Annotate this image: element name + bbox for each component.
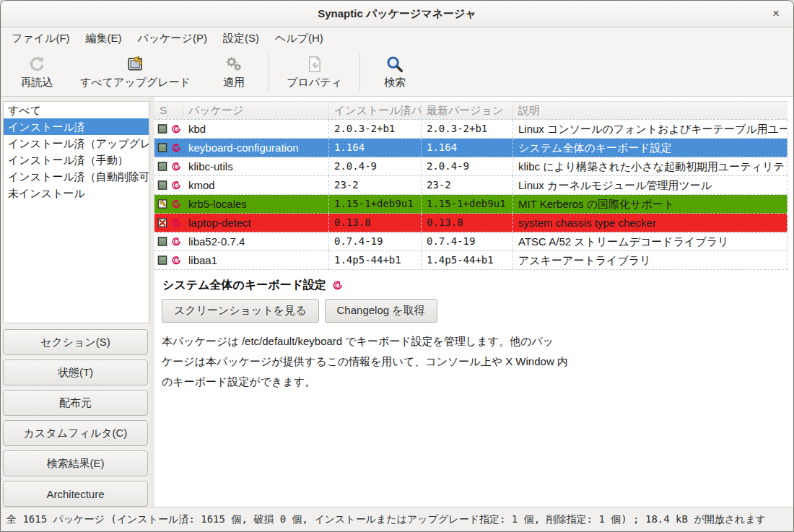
package-table-body: kbd2.0.3-2+b12.0.3-2+b1Linux コンソールのフォントお… — [154, 120, 788, 270]
latest-version-cell: 1.4p5-44+b1 — [422, 251, 513, 269]
titlebar[interactable]: Synaptic パッケージマネージャ × — [1, 1, 793, 27]
package-name-cell: klibc-utils — [183, 157, 329, 175]
origin-cell — [167, 157, 183, 175]
column-header[interactable]: S — [154, 102, 167, 119]
status-cell — [154, 120, 167, 138]
table-row[interactable]: kmod23-223-2Linux カーネルモジュール管理用ツール — [154, 176, 788, 195]
package-name-cell: kmod — [183, 176, 329, 194]
package-name-cell: kbd — [183, 120, 329, 138]
origin-cell — [167, 251, 183, 269]
toolbar-button-5[interactable]: 検索 — [365, 52, 425, 92]
filter-item[interactable]: インストール済 — [4, 118, 149, 135]
package-name-cell: keyboard-configuration — [183, 139, 329, 157]
details-title: システム全体のキーボード設定 — [162, 278, 326, 293]
sidebar-splitter[interactable] — [149, 97, 154, 507]
table-header-row: Sパッケージインストール済バ最新バージョン説明 — [154, 101, 788, 120]
package-name-cell: libaa1 — [183, 251, 329, 269]
sidebar-button[interactable]: セクション(S) — [3, 329, 148, 355]
toolbar-button-2[interactable]: すべてアップグレード — [67, 52, 204, 92]
package-table: Sパッケージインストール済バ最新バージョン説明 kbd2.0.3-2+b12.0… — [154, 101, 793, 270]
get-changelog-button[interactable]: Changelog を取得 — [325, 299, 437, 323]
toolbar-button-label: プロパティ — [287, 76, 342, 90]
origin-cell — [167, 195, 183, 213]
toolbar: 再読込すべてアップグレード適用プロパティ検索 — [1, 48, 793, 97]
menu-item[interactable]: 設定(S) — [215, 27, 267, 48]
status-cell — [154, 195, 167, 213]
sidebar-button[interactable]: 状態(T) — [3, 359, 148, 385]
toolbar-button-4[interactable]: プロパティ — [274, 52, 355, 92]
toolbar-button-1[interactable]: 再読込 — [6, 52, 67, 92]
search-icon — [385, 55, 404, 74]
sidebar-button[interactable]: Architecture — [3, 481, 148, 507]
statusbar: 全 1615 パッケージ (インストール済: 1615 個, 破損 0 個, イ… — [1, 507, 793, 531]
debian-swirl-icon — [171, 256, 181, 266]
filter-list: すべてインストール済インストール済（アップグレインストール済（手動）インストール… — [3, 101, 149, 323]
table-row[interactable]: libaa11.4p5-44+b11.4p5-44+b1アスキーアートライブラリ — [154, 251, 788, 270]
origin-cell — [167, 139, 183, 157]
menu-item[interactable]: パッケージ(P) — [130, 27, 215, 48]
description-cell: MIT Kerberos の国際化サポート — [513, 195, 788, 213]
properties-icon — [305, 55, 324, 74]
column-header[interactable] — [167, 102, 183, 119]
window-title: Synaptic パッケージマネージャ — [318, 7, 476, 21]
menu-item[interactable]: ヘルプ(H) — [267, 27, 331, 48]
toolbar-separator — [269, 53, 269, 91]
menu-item[interactable]: ファイル(F) — [4, 27, 78, 48]
installed-version-cell: 2.0.3-2+b1 — [329, 120, 422, 138]
status-cell — [154, 251, 167, 269]
filter-item[interactable]: 未インストール — [4, 185, 149, 201]
sidebar-button[interactable]: 配布元 — [3, 390, 148, 416]
sidebar: すべてインストール済インストール済（アップグレインストール済（手動）インストール… — [1, 97, 149, 507]
description-cell: Linux コンソールのフォントおよびキーテーブル用ユーテ — [513, 120, 788, 138]
latest-version-cell: 2.0.3-2+b1 — [422, 120, 513, 138]
upgrade-marked-icon — [157, 199, 167, 209]
description-line: 本パッケージは /etc/default/keyboard でキーボード設定を管… — [162, 331, 660, 352]
debian-swirl-icon — [171, 143, 181, 153]
column-header[interactable]: パッケージ — [183, 102, 329, 119]
toolbar-button-label: 検索 — [384, 76, 406, 90]
origin-cell — [167, 120, 183, 138]
sidebar-buttons: セクション(S)状態(T)配布元カスタムフィルタ(C)検索結果(E)Archit… — [3, 329, 148, 507]
origin-cell — [167, 176, 183, 194]
toolbar-button-3[interactable]: 適用 — [204, 52, 264, 92]
apply-gears-icon — [224, 55, 243, 74]
table-row[interactable]: laptop-detect0.13.80.13.8system chassis … — [154, 214, 788, 232]
latest-version-cell: 23-2 — [422, 176, 513, 194]
upgrade-all-icon — [126, 55, 145, 74]
package-name-cell: liba52-0.7.4 — [183, 232, 329, 250]
filter-item[interactable]: インストール済（手動） — [4, 152, 149, 168]
installed-checkbox-icon — [157, 123, 167, 134]
view-screenshot-button[interactable]: スクリーンショットを見る — [162, 299, 319, 323]
toolbar-button-label: すべてアップグレード — [80, 76, 191, 90]
table-row[interactable]: klibc-utils2.0.4-92.0.4-9klibc により構築された小… — [154, 157, 788, 176]
sidebar-button[interactable]: 検索結果(E) — [3, 450, 148, 476]
filter-item[interactable]: インストール済（アップグレ — [4, 135, 149, 152]
table-row[interactable]: keyboard-configuration1.1641.164システム全体のキ… — [154, 139, 788, 157]
column-header[interactable]: 最新バージョン — [422, 102, 513, 119]
column-header[interactable]: 説明 — [513, 102, 788, 119]
origin-cell — [167, 214, 183, 232]
debian-swirl-icon — [171, 237, 181, 247]
latest-version-cell: 2.0.4-9 — [422, 157, 513, 175]
table-row[interactable]: liba52-0.7.40.7.4-190.7.4-19ATSC A/52 スト… — [154, 232, 788, 251]
filter-item[interactable]: すべて — [4, 102, 149, 118]
table-row[interactable]: krb5-locales1.15-1+deb9u11.15-1+deb9u1MI… — [154, 195, 788, 214]
package-name-cell: laptop-detect — [183, 214, 329, 232]
menu-item[interactable]: 編集(E) — [78, 27, 130, 48]
sidebar-button[interactable]: カスタムフィルタ(C) — [3, 420, 148, 446]
details-buttons: スクリーンショットを見るChangelog を取得 — [162, 299, 786, 323]
close-icon[interactable]: × — [767, 5, 785, 22]
debian-swirl-icon — [171, 180, 181, 191]
table-row[interactable]: kbd2.0.3-2+b12.0.3-2+b1Linux コンソールのフォントお… — [154, 120, 788, 139]
installed-version-cell: 1.15-1+deb9u1 — [329, 195, 422, 213]
content: すべてインストール済インストール済（アップグレインストール済（手動）インストール… — [1, 97, 793, 507]
status-cell — [154, 232, 167, 250]
column-header[interactable]: インストール済バ — [329, 102, 422, 119]
installed-version-cell: 1.4p5-44+b1 — [329, 251, 422, 269]
installed-version-cell: 0.13.8 — [329, 214, 422, 232]
description-cell: ATSC A/52 ストリームデコードライブラリ — [513, 232, 788, 250]
installed-checkbox-icon — [157, 142, 167, 153]
filter-item[interactable]: インストール済（自動削除可 — [4, 168, 149, 185]
package-description: 本パッケージは /etc/default/keyboard でキーボード設定を管… — [162, 331, 660, 392]
status-cell — [154, 157, 167, 175]
